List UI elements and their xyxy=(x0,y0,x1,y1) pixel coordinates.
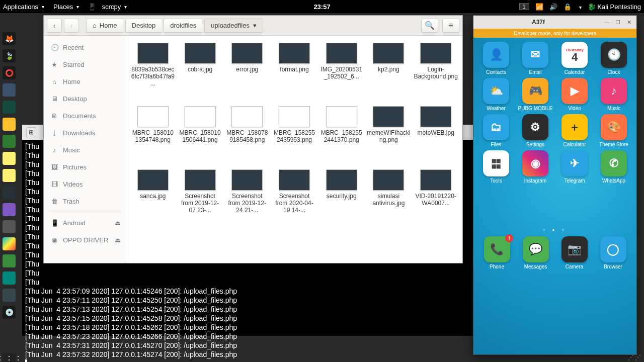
dock-leaf[interactable]: 🍃 xyxy=(3,49,16,62)
app-pubg[interactable]: 🎮PUBG MOBILE xyxy=(517,78,554,111)
app-telegram[interactable]: ✈Telegram xyxy=(556,150,593,184)
hamburger-menu-button[interactable]: ≡ xyxy=(442,19,459,33)
dock-tor[interactable] xyxy=(3,203,16,216)
eject-icon[interactable]: ⏏ xyxy=(115,219,121,227)
file-item[interactable]: MBRC_1580789185458.png xyxy=(223,104,271,167)
scrcpy-titlebar[interactable]: A37f — ☐ ✕ xyxy=(473,16,636,29)
app-instagram[interactable]: ◉Instagram xyxy=(517,150,554,184)
app-music[interactable]: ♪Music xyxy=(595,78,632,111)
file-item[interactable]: simulasi antivirus.jpg xyxy=(365,167,413,231)
app-files[interactable]: 🗂Files xyxy=(477,114,515,147)
sidebar-trash[interactable]: 🗑Trash xyxy=(44,193,126,210)
user-menu[interactable]: 🐉 Kali Pentesting xyxy=(588,3,641,11)
dock-play[interactable] xyxy=(3,237,16,250)
file-item[interactable]: cobra.jpg xyxy=(177,41,224,104)
lock-icon[interactable]: 🔒 xyxy=(564,3,572,11)
window-maximize-button[interactable]: ☐ xyxy=(612,18,623,27)
app-contacts[interactable]: 👤Contacts xyxy=(477,42,515,75)
app-theme-store[interactable]: 🎨Theme Store xyxy=(595,114,632,147)
dock-firefox[interactable]: 🦊 xyxy=(3,32,16,45)
file-item[interactable]: security.jpg xyxy=(318,167,365,231)
eject-icon[interactable]: ⏏ xyxy=(115,236,121,244)
sidebar-pictures[interactable]: 🖼Pictures xyxy=(44,158,126,175)
clock[interactable]: 23:57 xyxy=(313,3,330,11)
nav-back-button[interactable]: ‹ xyxy=(47,19,62,33)
dock-app6[interactable] xyxy=(3,272,16,285)
scrcpy-window[interactable]: A37f — ☐ ✕ Developer mode, only for deve… xyxy=(473,15,637,355)
file-item[interactable]: sanca.jpg xyxy=(129,167,177,231)
sidebar-home[interactable]: ⌂Home xyxy=(44,73,126,90)
dock-app7[interactable] xyxy=(3,289,16,302)
dock-notes[interactable] xyxy=(3,118,16,131)
sidebar-android[interactable]: 📱Android⏏ xyxy=(44,214,126,231)
dock-disc[interactable]: 💿 xyxy=(3,306,16,319)
file-item[interactable]: Login-Background.png xyxy=(412,41,459,104)
places-menu[interactable]: Places xyxy=(53,3,79,11)
app-weather[interactable]: ⛅Weather xyxy=(477,78,515,111)
breadcrumb-home[interactable]: Home xyxy=(86,19,123,33)
file-item[interactable]: MBRC_1580101506441.png xyxy=(177,104,224,167)
wifi-icon[interactable]: 📶 xyxy=(535,3,543,11)
resize-grip[interactable]: ⋰⋰ xyxy=(628,354,642,361)
sidebar-videos[interactable]: 🎞Videos xyxy=(44,175,126,193)
sidebar-starred[interactable]: ★Starred xyxy=(44,56,126,73)
app-tools[interactable]: ▦▦▦▦Tools xyxy=(477,150,515,184)
dock-app5[interactable] xyxy=(3,220,16,233)
app-calendar[interactable]: Thursday4Calendar xyxy=(556,42,593,75)
workspace-indicator[interactable]: 1 xyxy=(519,3,529,10)
file-grid[interactable]: 8839a3b538cec6fc7f3fa6b47fa9...cobra.jpg… xyxy=(126,36,462,263)
file-item[interactable]: format.png xyxy=(271,41,318,104)
show-applications-button[interactable]: ⋮⋮⋮ xyxy=(3,353,16,362)
sidebar-music[interactable]: ♪Music xyxy=(44,141,126,158)
search-button[interactable]: 🔍 xyxy=(421,19,438,33)
sidebar-oppo-driver[interactable]: ◉OPPO DRIVER⏏ xyxy=(44,231,126,248)
app-calculator[interactable]: ＋Calculator xyxy=(556,114,593,147)
file-item[interactable]: motoWEB.jpg xyxy=(412,104,459,167)
file-item[interactable]: memeWIFIhacking.png xyxy=(365,104,413,167)
dock-files[interactable] xyxy=(3,152,16,165)
window-close-button[interactable]: ✕ xyxy=(623,18,634,27)
dock-monitor[interactable] xyxy=(3,186,16,199)
power-icon[interactable] xyxy=(578,3,582,11)
terminal-new-tab-button[interactable]: ⊞ xyxy=(26,127,36,137)
file-item[interactable]: VID-20191220-WA0007... xyxy=(412,167,459,231)
file-item[interactable]: MBRC_1580101354748.png xyxy=(129,104,177,167)
app-camera[interactable]: 📷Camera xyxy=(555,236,594,269)
breadcrumb-droidfiles[interactable]: droidfiles xyxy=(164,19,202,33)
app-whatsapp[interactable]: ✆WhatsApp xyxy=(595,150,632,184)
file-item[interactable]: Screenshot from 2019-12-24 21-... xyxy=(223,167,271,231)
app-video[interactable]: ▶Video xyxy=(556,78,593,111)
app-settings[interactable]: ⚙Settings xyxy=(517,114,554,147)
file-item[interactable]: Screenshot from 2020-04-19 14-... xyxy=(271,167,318,231)
volume-icon[interactable]: 🔊 xyxy=(549,3,557,11)
app-clock[interactable]: 🕙Clock xyxy=(595,42,632,75)
app-email[interactable]: ✉Email xyxy=(517,42,554,75)
breadcrumb-uploadedfiles[interactable]: uploadedfiles ▾ xyxy=(204,19,263,33)
dock-chrome[interactable]: ⭕ xyxy=(3,66,16,79)
dock-app3[interactable] xyxy=(3,169,16,182)
sidebar-documents[interactable]: 🗎Documents xyxy=(44,107,126,124)
dock-app2[interactable] xyxy=(3,101,16,114)
app-messages[interactable]: 💬Messages xyxy=(516,236,555,269)
sidebar-desktop[interactable]: 🖥Desktop xyxy=(44,90,126,107)
window-minimize-button[interactable]: — xyxy=(601,18,612,27)
file-item[interactable]: IMG_20200531_192502_6... xyxy=(318,41,365,104)
active-app-indicator[interactable]: 📱 scrcpy xyxy=(88,3,127,11)
file-item[interactable]: kp2.png xyxy=(365,41,413,104)
file-item[interactable]: 8839a3b538cec6fc7f3fa6b47fa9... xyxy=(129,41,177,104)
breadcrumb-desktop[interactable]: Desktop xyxy=(125,19,162,33)
file-item[interactable]: MBRC_1582552435953.png xyxy=(271,104,318,167)
file-item[interactable]: MBRC_1582552441370.png xyxy=(318,104,365,167)
file-item[interactable]: error.jpg xyxy=(223,41,271,104)
file-item[interactable]: Screenshot from 2019-12-07 23-... xyxy=(177,167,224,231)
nav-forward-button[interactable]: › xyxy=(64,19,79,33)
sidebar-recent[interactable]: 🕘Recent xyxy=(44,39,126,56)
file-manager-window[interactable]: ‹ › Home Desktop droidfiles uploadedfile… xyxy=(43,15,463,263)
applications-menu[interactable]: Applications xyxy=(3,3,44,11)
dock-android[interactable] xyxy=(3,135,16,148)
dock-app1[interactable] xyxy=(3,83,16,97)
page-indicator[interactable]: ○ ● ○ xyxy=(473,228,636,232)
sidebar-downloads[interactable]: ⭣Downloads xyxy=(44,124,126,141)
dock-androidstudio[interactable] xyxy=(3,254,16,267)
app-browser[interactable]: ◯Browser xyxy=(594,236,632,269)
